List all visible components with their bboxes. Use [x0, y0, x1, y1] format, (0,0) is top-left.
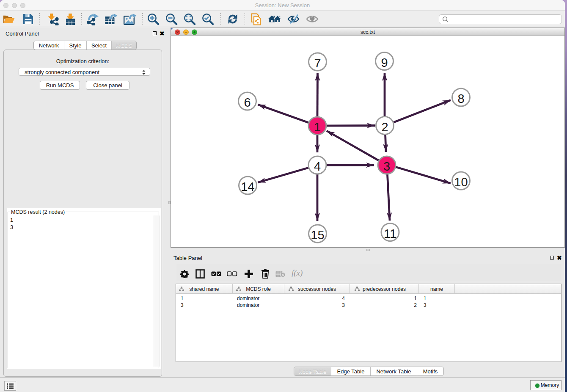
svg-text:10: 10: [454, 175, 468, 189]
svg-text:9: 9: [381, 56, 388, 69]
svg-text:6: 6: [244, 96, 250, 109]
svg-text:2: 2: [381, 120, 388, 134]
svg-text:4: 4: [314, 160, 321, 173]
svg-text:8: 8: [457, 92, 464, 105]
svg-text:1: 1: [314, 120, 321, 134]
svg-text:15: 15: [311, 228, 324, 242]
svg-text:11: 11: [384, 227, 396, 240]
svg-text:3: 3: [383, 160, 390, 173]
svg-text:7: 7: [314, 56, 321, 70]
svg-text:14: 14: [241, 180, 254, 193]
